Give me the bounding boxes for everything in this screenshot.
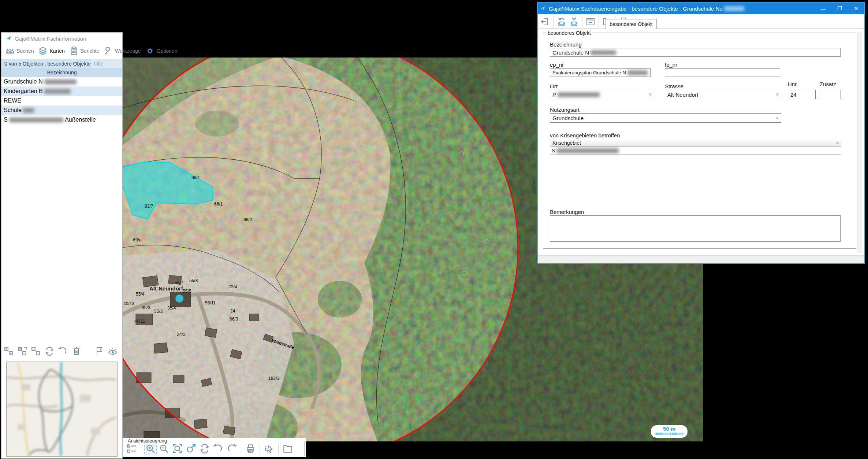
- svg-text:66/3: 66/3: [230, 317, 238, 322]
- fp-nr-label: fp_nr: [665, 62, 677, 68]
- redacted-text: [724, 6, 744, 11]
- list-header: 0 von 5 Objekten : besondere Objekte Fil…: [1, 59, 122, 68]
- hnr-input[interactable]: 24: [788, 90, 816, 99]
- dialog-toolbar: [538, 14, 864, 29]
- refresh-icon[interactable]: [44, 346, 55, 356]
- dialog-titlebar[interactable]: Gaja®Matrix Sachdateneingabe - besondere…: [538, 3, 864, 14]
- hnr-label: Hnr.: [788, 81, 798, 87]
- list-item[interactable]: REWE: [1, 96, 122, 106]
- zoom-window-icon[interactable]: [172, 443, 183, 454]
- object-marker-dot[interactable]: [175, 295, 183, 303]
- undo-icon[interactable]: [213, 443, 224, 454]
- ort-combobox[interactable]: P ˅: [550, 90, 654, 99]
- fachinformation-panel: Gaja®Matrix Fachinformation Suchen: [1, 32, 123, 459]
- bemerkungen-label: Bemerkungen: [550, 209, 584, 215]
- svg-text:22/4: 22/4: [228, 284, 237, 289]
- fp-nr-input[interactable]: [665, 68, 780, 77]
- redacted-text: [44, 89, 71, 94]
- ort-value: P: [552, 92, 556, 98]
- krisengebiet-column-header[interactable]: Krisengebiet ○: [550, 139, 841, 147]
- krisengebiet-column-label: Krisengebiet: [552, 140, 581, 146]
- nutzungsart-combobox[interactable]: Grundschule ˅: [550, 113, 781, 123]
- column-header-bezeichnung[interactable]: Bezeichnung: [1, 68, 122, 77]
- list-item[interactable]: Kindergarten B: [1, 86, 122, 96]
- info-pointer-icon[interactable]: i: [264, 443, 275, 454]
- view-control-toolbar: Ansichtssteuerung: [123, 438, 306, 457]
- exit-form-icon[interactable]: [540, 16, 550, 27]
- legend-list-icon[interactable]: [126, 443, 137, 454]
- wrench-icon: [104, 46, 113, 56]
- scale-segment: [662, 433, 669, 435]
- redacted-text: [44, 79, 77, 84]
- redacted-text: [9, 118, 63, 122]
- dialog-title: Gaja®Matrix Sachdateneingabe - besondere…: [549, 5, 723, 12]
- select-partial-icon[interactable]: [17, 346, 27, 356]
- svg-text:68/1: 68/1: [191, 175, 200, 180]
- krisengebiete-section-label: von Krisengebieten betroffen: [550, 132, 620, 138]
- minimize-button[interactable]: —: [815, 3, 831, 14]
- select-none-icon[interactable]: [31, 346, 41, 356]
- list-item[interactable]: S Außenstelle: [1, 115, 122, 125]
- layers-icon: [38, 46, 48, 56]
- svg-text:69/a: 69/a: [133, 237, 142, 243]
- zoom-in-icon[interactable]: [145, 443, 156, 454]
- karten-label: Karten: [49, 48, 64, 54]
- ep-nr-value: Evakuierungsplan Grundschule N: [552, 70, 626, 75]
- krisengebiet-row-label: S: [552, 148, 555, 153]
- ep-nr-input[interactable]: Evakuierungsplan Grundschule N: [550, 68, 651, 77]
- print-icon[interactable]: [245, 443, 256, 454]
- gaja-logo-icon: [6, 36, 12, 41]
- desktop: 68/1 83/7 69/a 66/1 66/2 55/4 55/5 55/7 …: [0, 0, 868, 459]
- bezeichnung-input[interactable]: Grundschule N: [550, 48, 841, 57]
- nutzungsart-value: Grundschule: [552, 115, 584, 121]
- zoom-out-icon[interactable]: [159, 443, 169, 454]
- separator: [141, 444, 141, 454]
- refresh-icon[interactable]: [199, 443, 210, 454]
- folder-icon[interactable]: [282, 443, 293, 454]
- krisengebiet-row[interactable]: S: [550, 147, 841, 155]
- werkzeuge-button[interactable]: Werkzeuge: [102, 45, 142, 56]
- filter-button[interactable]: Filter: [91, 59, 122, 68]
- binoculars-icon: [5, 46, 15, 56]
- window-remove-icon[interactable]: [585, 16, 596, 27]
- strasse-label: Strasse: [665, 83, 683, 89]
- zusatz-input[interactable]: [820, 90, 841, 99]
- optionen-button[interactable]: Optionen: [144, 45, 179, 56]
- krisengebiet-table[interactable]: Krisengebiet ○ S: [550, 139, 841, 203]
- dialog-statusbar: [538, 255, 864, 263]
- ep-nr-label: ep_nr: [550, 62, 564, 68]
- maximize-button[interactable]: ❐: [831, 3, 848, 14]
- redo-icon[interactable]: [226, 443, 237, 454]
- berichte-label: Berichte: [81, 48, 99, 54]
- werkzeuge-label: Werkzeuge: [115, 48, 141, 54]
- zoom-scale-icon[interactable]: [186, 443, 197, 454]
- db-revert-icon[interactable]: [556, 16, 567, 27]
- svg-text:i: i: [265, 445, 267, 452]
- strasse-combobox[interactable]: Alt-Neundorf ˅: [665, 90, 781, 99]
- chevron-down-icon: ˅: [776, 92, 779, 97]
- undo-icon[interactable]: [58, 346, 68, 356]
- overview-map[interactable]: [6, 362, 118, 457]
- suchen-button[interactable]: Suchen: [4, 45, 35, 56]
- delete-icon[interactable]: [71, 346, 82, 356]
- suchen-label: Suchen: [16, 48, 34, 54]
- select-all-icon[interactable]: [4, 346, 14, 356]
- gear-icon: [145, 46, 155, 56]
- svg-text:35/4: 35/4: [167, 306, 176, 311]
- bemerkungen-textarea[interactable]: [550, 215, 841, 242]
- svg-text:55/8: 55/8: [189, 278, 198, 283]
- karten-button[interactable]: Karten: [37, 45, 66, 56]
- svg-text:183/1: 183/1: [268, 376, 279, 381]
- flag-icon[interactable]: [94, 346, 104, 356]
- list-item[interactable]: Schule: [1, 106, 122, 115]
- bezeichnung-label: Bezeichnung: [550, 41, 582, 48]
- db-save-icon[interactable]: [569, 16, 579, 27]
- list-item[interactable]: Grundschule N: [1, 77, 122, 86]
- nutzungsart-label: Nutzungsart: [550, 107, 580, 113]
- berichte-button[interactable]: Berichte: [68, 45, 101, 56]
- tab-besonderes-objekt[interactable]: besonderes Objekt: [606, 19, 657, 29]
- eye-icon[interactable]: [108, 346, 118, 356]
- close-button[interactable]: ✕: [848, 3, 864, 14]
- list-item-label: REWE: [4, 97, 21, 104]
- scale-segment: [669, 433, 677, 435]
